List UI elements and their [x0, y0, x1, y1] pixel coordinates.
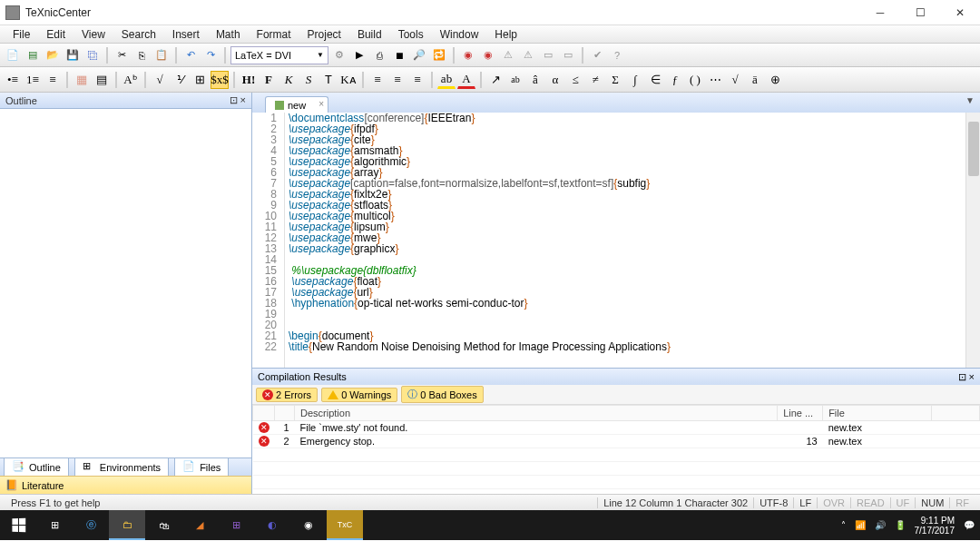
heading-button[interactable]: H!	[240, 71, 258, 89]
comp-close-icon[interactable]: ×	[969, 371, 975, 382]
build-button[interactable]: ⚙	[330, 46, 348, 64]
outline-close-icon[interactable]: ×	[240, 94, 246, 105]
task-view-button[interactable]: ⊞	[36, 510, 73, 540]
menu-help[interactable]: Help	[487, 26, 524, 43]
taskbar-matlab[interactable]: ◢	[181, 510, 218, 540]
help-button[interactable]: ?	[608, 46, 626, 64]
literature-bar[interactable]: 📙 Literature	[0, 476, 251, 494]
menu-build[interactable]: Build	[350, 26, 389, 43]
frac-button[interactable]: ⅟	[171, 71, 189, 89]
menu-tools[interactable]: Tools	[391, 26, 431, 43]
tray-notifications-icon[interactable]: 💬	[964, 520, 975, 530]
taskbar-chrome[interactable]: ◉	[290, 510, 327, 540]
highlight-button[interactable]: ab	[437, 71, 456, 89]
menu-math[interactable]: Math	[209, 26, 248, 43]
comp-pin-icon[interactable]: ⊡	[958, 371, 966, 382]
taskbar-edge[interactable]: ⓔ	[73, 510, 109, 540]
symbol-rel-button[interactable]: ≤	[566, 71, 584, 89]
build-view-button[interactable]: ▶	[350, 46, 368, 64]
description-button[interactable]: ≡	[44, 71, 62, 89]
tt-button[interactable]: T	[319, 71, 338, 89]
tab-new[interactable]: new ×	[265, 96, 328, 113]
inline-math-button[interactable]: $x$	[211, 71, 229, 89]
menu-window[interactable]: Window	[433, 26, 486, 43]
enumerate-button[interactable]: 1≡	[24, 71, 42, 89]
find-button[interactable]: 🔎	[410, 46, 428, 64]
sqrt-button[interactable]: √	[151, 71, 169, 89]
vertical-scrollbar[interactable]	[965, 113, 980, 368]
copy-button[interactable]: ⎘	[132, 46, 151, 64]
compilation-table[interactable]: Description Line ... File ✕1File `mwe.st…	[252, 405, 980, 494]
prev-error-button[interactable]: ◉	[459, 46, 477, 64]
tab-close-icon[interactable]: ×	[318, 99, 324, 109]
next-error-button[interactable]: ◉	[479, 46, 497, 64]
menu-insert[interactable]: Insert	[165, 26, 207, 43]
badboxes-badge[interactable]: ⓘ0 Bad Boxes	[401, 386, 483, 403]
cut-button[interactable]: ✂	[113, 46, 131, 64]
col-line[interactable]: Line ...	[778, 406, 823, 421]
symbol-dots-button[interactable]: ⋯	[706, 71, 724, 89]
error-row[interactable]: ✕2Emergency stop.13new.tex	[253, 435, 980, 448]
prev-badbox-button[interactable]: ▭	[539, 46, 557, 64]
close-button[interactable]: ✕	[940, 0, 980, 25]
outline-tree[interactable]	[0, 109, 251, 458]
paste-button[interactable]: 📋	[152, 46, 171, 64]
save-all-button[interactable]: ⿻	[83, 46, 102, 64]
symbol-ab-button[interactable]: ab	[506, 71, 524, 89]
scrollbar-thumb[interactable]	[968, 122, 979, 176]
prev-warning-button[interactable]: ⚠	[499, 46, 517, 64]
taskbar-texniccenter[interactable]: TxC	[327, 510, 363, 540]
itemize-button[interactable]: •≡	[4, 71, 22, 89]
stop-build-button[interactable]: ⏹	[390, 46, 408, 64]
table-button[interactable]: ▤	[93, 71, 111, 89]
maximize-button[interactable]: ☐	[900, 0, 940, 25]
menu-format[interactable]: Format	[250, 26, 299, 43]
replace-button[interactable]: 🔁	[430, 46, 448, 64]
symbol-misc-button[interactable]: ⊕	[766, 71, 784, 89]
tray-network-icon[interactable]: 📶	[855, 520, 866, 530]
tray-battery-icon[interactable]: 🔋	[895, 520, 906, 530]
align-right-button[interactable]: ≡	[408, 71, 426, 89]
new-doc-button[interactable]: 📄	[4, 46, 22, 64]
new-project-button[interactable]: ▤	[24, 46, 42, 64]
tab-outline[interactable]: 📑Outline	[4, 458, 69, 477]
warnings-badge[interactable]: 0 Warnings	[321, 388, 397, 402]
smallcaps-button[interactable]: Kᴀ	[339, 71, 358, 89]
taskbar-explorer[interactable]: 🗀	[109, 510, 145, 540]
symbol-bracket-button[interactable]: ( )	[686, 71, 704, 89]
menu-view[interactable]: View	[74, 26, 113, 43]
slant-button[interactable]: S	[299, 71, 318, 89]
view-output-button[interactable]: ⎙	[370, 46, 388, 64]
symbol-sum-button[interactable]: Σ	[606, 71, 624, 89]
symbol-neq-button[interactable]: ≠	[586, 71, 604, 89]
redo-button[interactable]: ↷	[201, 46, 220, 64]
open-button[interactable]: 📂	[44, 46, 62, 64]
matrix-button[interactable]: ⊞	[191, 71, 209, 89]
symbol-arrow-button[interactable]: ↗	[486, 71, 505, 89]
symbol-set-button[interactable]: ∈	[646, 71, 664, 89]
font-color-button[interactable]: A	[457, 71, 475, 89]
undo-button[interactable]: ↶	[181, 46, 200, 64]
code-editor[interactable]: 12345678910111213141516171819202122 \doc…	[252, 113, 980, 368]
menu-edit[interactable]: Edit	[39, 26, 73, 43]
superscript-button[interactable]: Aᵇ	[122, 71, 140, 89]
next-badbox-button[interactable]: ▭	[559, 46, 577, 64]
outline-pin-icon[interactable]: ⊡	[230, 94, 238, 105]
menu-file[interactable]: File	[5, 26, 37, 43]
spellcheck-button[interactable]: ✔	[588, 46, 606, 64]
taskbar-store[interactable]: 🛍	[145, 510, 181, 540]
errors-badge[interactable]: ✕2 Errors	[256, 388, 318, 402]
symbol-accent-button[interactable]: â	[526, 71, 544, 89]
symbol-func-button[interactable]: ƒ	[666, 71, 684, 89]
save-button[interactable]: 💾	[64, 46, 82, 64]
tabs-dropdown-icon[interactable]: ▼	[965, 95, 975, 105]
align-left-button[interactable]: ≡	[368, 71, 387, 89]
align-center-button[interactable]: ≡	[388, 71, 407, 89]
symbol-integral-button[interactable]: ∫	[626, 71, 644, 89]
start-button[interactable]	[0, 510, 36, 540]
build-profile-select[interactable]: LaTeX = DVI▼	[230, 46, 328, 64]
code-content[interactable]: \documentclass[conference]{IEEEtran}\use…	[285, 113, 965, 368]
figure-button[interactable]: ▦	[73, 71, 91, 89]
taskbar-eclipse[interactable]: ◐	[254, 510, 290, 540]
symbol-vect-button[interactable]: ā	[746, 71, 764, 89]
